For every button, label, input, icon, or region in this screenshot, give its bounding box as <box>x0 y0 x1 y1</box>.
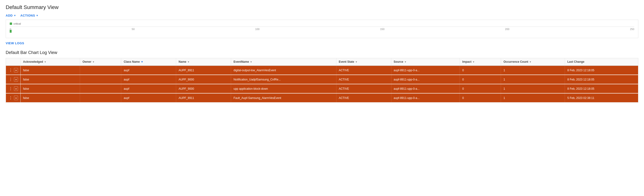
th-name: Name ▼ <box>176 58 231 66</box>
action-cell-1: ⋮ » <box>6 75 20 84</box>
expand-button[interactable]: » <box>14 96 18 100</box>
th-eventname-label: EventName <box>234 60 249 64</box>
th-owner: Owner ▼ <box>80 58 121 66</box>
acknowledged-cell: false <box>20 66 80 75</box>
add-chevron-icon: ▼ <box>14 14 16 17</box>
impact-cell: 0 <box>460 93 501 102</box>
impact-cell: 0 <box>460 75 501 84</box>
chart-legend-dot <box>10 22 12 25</box>
event-name-cell: digital-output-low_AlarmVesEvent <box>231 66 336 75</box>
actions-label: ACTIONS <box>20 14 35 17</box>
th-last-label: Last Change <box>567 60 584 64</box>
chart-x-axis: 0 50 100 150 200 250 <box>10 27 634 30</box>
last-change-cell: 8 Feb, 2023 12:18:05 <box>565 84 638 93</box>
acknowledged-cell: false <box>20 84 80 93</box>
th-last-change: Last Change <box>565 58 638 66</box>
event-name-cell: Fault_Aupf-Samsung_AlarmVesEvent <box>231 93 336 102</box>
action-cell-3: ⋮ » <box>6 93 20 102</box>
th-event-state: Event State ▼ <box>336 58 391 66</box>
chart-container: critical 0 50 100 150 200 250 <box>6 20 638 38</box>
expand-button[interactable]: » <box>14 77 18 82</box>
dots-menu-button[interactable]: ⋮ <box>8 78 13 82</box>
acknowledged-cell: false <box>20 75 80 84</box>
th-source-label: Source <box>394 60 404 64</box>
page-title: Default Summary View <box>6 4 638 10</box>
owner-filter-icon[interactable]: ▼ <box>92 60 95 63</box>
th-actions <box>6 58 20 66</box>
table-row: ⋮ » falseaupfAUPF_8911Fault_Aupf-Samsung… <box>6 93 638 102</box>
table-row: ⋮ » falseaupfAUPF_8911digital-output-low… <box>6 66 638 75</box>
name-filter-icon[interactable]: ▼ <box>187 60 190 63</box>
class-name-cell: aupf <box>121 66 176 75</box>
page-wrapper: Default Summary View ADD ▼ ACTIONS ▼ cri… <box>0 0 644 196</box>
dots-menu-button[interactable]: ⋮ <box>8 96 13 100</box>
source-cell: aupf-8911-upp-0-a... <box>391 75 460 84</box>
last-change-cell: 8 Feb, 2023 12:18:05 <box>565 66 638 75</box>
occurrence-count-cell: 1 <box>501 66 565 75</box>
action-cell-0: ⋮ » <box>6 66 20 75</box>
view-logs-link[interactable]: VIEW LOGS <box>6 42 24 45</box>
th-event-name: EventName ▼ <box>231 58 336 66</box>
chart-legend-label: critical <box>14 22 21 25</box>
table-row: ⋮ » falseaupfAUPF_9000upp application-bl… <box>6 84 638 93</box>
event-state-cell: ACTIVE <box>336 66 391 75</box>
event-state-cell: ACTIVE <box>336 93 391 102</box>
th-owner-label: Owner <box>82 60 91 64</box>
chart-x-label-150: 150 <box>380 28 384 30</box>
owner-cell <box>80 66 121 75</box>
owner-cell <box>80 93 121 102</box>
last-change-cell: 5 Feb, 2023 02:38:11 <box>565 93 638 102</box>
chart-area: 0 50 100 150 200 250 <box>10 26 634 36</box>
owner-cell <box>80 75 121 84</box>
table-wrapper: Acknowledged ▼ Owner ▼ Class Name <box>6 58 638 103</box>
th-class-name: Class Name ▼ <box>121 58 176 66</box>
occurrence-count-cell: 1 <box>501 84 565 93</box>
th-impact: Impact ▼ <box>460 58 501 66</box>
chart-x-line <box>10 26 634 27</box>
dots-menu-button[interactable]: ⋮ <box>8 68 13 72</box>
impact-filter-icon[interactable]: ▼ <box>472 60 475 63</box>
th-state-label: Event State <box>339 60 354 64</box>
acknowledged-cell: false <box>20 93 80 102</box>
event-state-cell: ACTIVE <box>336 84 391 93</box>
eventname-filter-icon[interactable]: ▼ <box>250 60 252 63</box>
ack-filter-icon[interactable]: ▼ <box>44 60 46 63</box>
impact-cell: 0 <box>460 66 501 75</box>
expand-button[interactable]: » <box>14 86 18 91</box>
th-impact-label: Impact <box>462 60 472 64</box>
th-occurrence-count: Occurrence Count ▼ <box>501 58 565 66</box>
state-filter-icon[interactable]: ▼ <box>355 60 358 63</box>
chart-x-label-50: 50 <box>132 28 134 30</box>
last-change-cell: 8 Feb, 2023 12:18:05 <box>565 75 638 84</box>
th-acknowledged: Acknowledged ▼ <box>20 58 80 66</box>
source-filter-icon[interactable]: ▼ <box>404 60 406 63</box>
chart-x-label-250: 250 <box>630 28 634 30</box>
occurrence-count-cell: 1 <box>501 93 565 102</box>
source-cell: aupf-8911-upp-0-a... <box>391 84 460 93</box>
actions-chevron-icon: ▼ <box>36 14 38 17</box>
chart-x-label-100: 100 <box>255 28 260 30</box>
add-button[interactable]: ADD ▼ <box>6 14 16 17</box>
occurrence-count-cell: 1 <box>501 75 565 84</box>
impact-cell: 0 <box>460 84 501 93</box>
th-class-label: Class Name <box>124 60 140 64</box>
name-cell: AUPF_8911 <box>176 93 231 102</box>
class-filter-icon[interactable]: ▼ <box>141 60 143 63</box>
event-name-cell: upp application-block-down <box>231 84 336 93</box>
actions-button[interactable]: ACTIONS ▼ <box>20 14 38 17</box>
section2-title: Default Bar Chart Log View <box>6 50 638 55</box>
source-cell: aupf-8911-upp-0-a... <box>391 66 460 75</box>
chart-bar <box>10 30 12 33</box>
dots-menu-button[interactable]: ⋮ <box>8 87 13 91</box>
owner-cell <box>80 84 121 93</box>
table-row: ⋮ » falseaupfAUPF_9000Notification_Uadpf… <box>6 75 638 84</box>
th-occ-label: Occurrence Count <box>503 60 528 64</box>
class-name-cell: aupf <box>121 75 176 84</box>
class-name-cell: aupf <box>121 93 176 102</box>
chart-x-label-200: 200 <box>505 28 509 30</box>
name-cell: AUPF_9000 <box>176 84 231 93</box>
expand-button[interactable]: » <box>14 68 18 72</box>
occ-filter-icon[interactable]: ▼ <box>529 60 532 63</box>
th-acknowledged-label: Acknowledged <box>23 60 43 64</box>
th-source: Source ▼ <box>391 58 460 66</box>
